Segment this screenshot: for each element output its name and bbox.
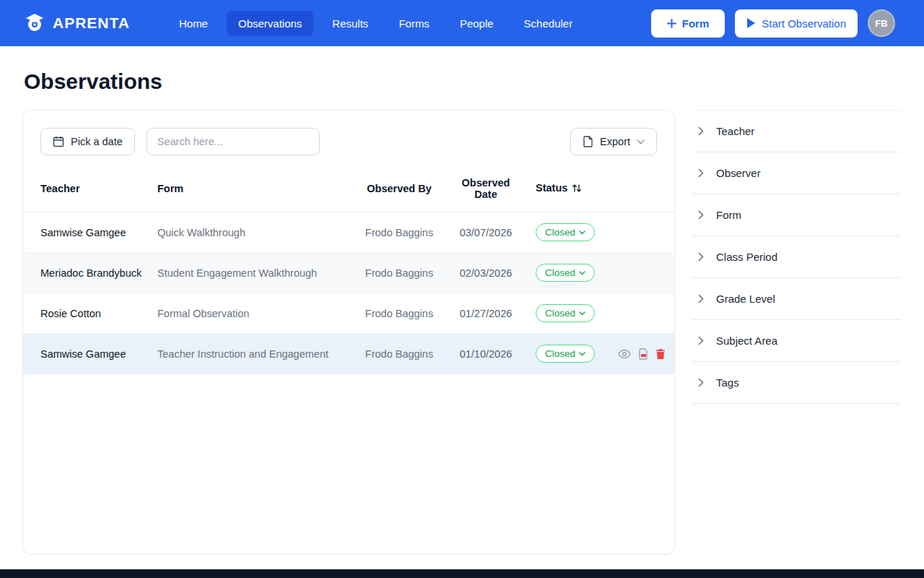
status-dropdown[interactable]: Closed bbox=[536, 345, 595, 363]
nav-item-scheduler[interactable]: Scheduler bbox=[513, 11, 585, 36]
filter-label: Subject Area bbox=[716, 335, 777, 347]
pdf-file-icon[interactable] bbox=[638, 348, 648, 360]
table-row[interactable]: Samwise Gamgee Quick Walkthrough Frodo B… bbox=[23, 212, 674, 253]
brand-name: APRENTA bbox=[53, 14, 130, 32]
chevron-right-icon bbox=[698, 252, 704, 262]
observations-table: Teacher Form Observed By Observed Date S… bbox=[23, 167, 674, 374]
observations-card: Pick a date Export bbox=[22, 110, 675, 554]
chevron-right-icon bbox=[698, 126, 704, 136]
status-dropdown[interactable]: Closed bbox=[536, 264, 595, 282]
filter-label: Tags bbox=[716, 376, 739, 389]
table-header-row: Teacher Form Observed By Observed Date S… bbox=[23, 167, 674, 212]
add-form-button[interactable]: Form bbox=[651, 9, 725, 38]
cell-observed-by: Frodo Baggins bbox=[355, 253, 443, 293]
top-navbar: APRENTA Home Observations Results Forms … bbox=[0, 0, 924, 46]
filter-label: Class Period bbox=[716, 251, 777, 263]
cell-teacher: Samwise Gamgee bbox=[23, 334, 150, 374]
main-content: Observations Pick a date bbox=[0, 46, 924, 569]
view-eye-icon[interactable] bbox=[618, 349, 631, 359]
start-observation-label: Start Observation bbox=[762, 17, 846, 30]
nav-item-observations[interactable]: Observations bbox=[227, 11, 313, 36]
nav-item-results[interactable]: Results bbox=[321, 11, 380, 36]
chevron-right-icon bbox=[698, 378, 704, 387]
cell-observed-date: 01/10/2026 bbox=[443, 334, 528, 374]
header-status-label: Status bbox=[536, 182, 567, 194]
chevron-right-icon bbox=[698, 294, 704, 303]
table-toolbar: Pick a date Export bbox=[23, 111, 674, 167]
filter-label: Teacher bbox=[716, 125, 754, 137]
header-teacher[interactable]: Teacher bbox=[23, 167, 150, 212]
header-observed-date[interactable]: Observed Date bbox=[443, 167, 528, 212]
filter-grade-level[interactable]: Grade Level bbox=[692, 278, 900, 320]
filter-label: Form bbox=[716, 209, 741, 221]
filter-label: Observer bbox=[716, 167, 761, 179]
aprenta-logo-icon bbox=[24, 12, 45, 34]
filter-label: Grade Level bbox=[716, 293, 775, 305]
header-form[interactable]: Form bbox=[150, 167, 355, 212]
filter-teacher[interactable]: Teacher bbox=[692, 111, 900, 152]
status-badge: Closed bbox=[545, 308, 575, 319]
cell-observed-date: 02/03/2026 bbox=[443, 253, 528, 293]
filter-subject-area[interactable]: Subject Area bbox=[692, 320, 900, 362]
filter-form[interactable]: Form bbox=[692, 194, 900, 236]
pick-date-label: Pick a date bbox=[71, 136, 123, 147]
cell-teacher: Meriadoc Brandybuck bbox=[23, 253, 150, 293]
cell-observed-date: 03/07/2026 bbox=[443, 212, 528, 253]
cell-observed-by: Frodo Baggins bbox=[355, 334, 443, 374]
cell-teacher: Rosie Cotton bbox=[23, 293, 150, 334]
export-label: Export bbox=[600, 136, 630, 147]
status-badge: Closed bbox=[545, 267, 575, 278]
calendar-icon bbox=[53, 136, 64, 147]
row-actions bbox=[618, 348, 666, 360]
cell-form: Quick Walkthrough bbox=[150, 212, 355, 253]
filter-class-period[interactable]: Class Period bbox=[692, 236, 900, 278]
export-button[interactable]: Export bbox=[570, 128, 657, 155]
status-dropdown[interactable]: Closed bbox=[536, 304, 595, 322]
navbar-actions: Form Start Observation FB bbox=[651, 9, 895, 38]
play-icon bbox=[746, 18, 755, 28]
sort-icon[interactable] bbox=[572, 184, 582, 195]
table-row[interactable]: Samwise Gamgee Teacher Instruction and E… bbox=[23, 334, 674, 374]
cell-teacher: Samwise Gamgee bbox=[23, 212, 150, 253]
filters-sidebar: Teacher Observer Form Class Period Grade… bbox=[692, 110, 900, 404]
status-badge: Closed bbox=[545, 348, 575, 359]
header-observed-by[interactable]: Observed By bbox=[355, 167, 443, 212]
chevron-right-icon bbox=[698, 210, 704, 220]
page-title: Observations bbox=[24, 69, 902, 94]
nav-item-forms[interactable]: Forms bbox=[387, 11, 441, 36]
filter-tags[interactable]: Tags bbox=[692, 362, 900, 404]
cell-form: Formal Observation bbox=[150, 293, 355, 334]
header-status[interactable]: Status bbox=[528, 167, 674, 212]
nav-item-home[interactable]: Home bbox=[167, 11, 219, 36]
cell-observed-by: Frodo Baggins bbox=[355, 293, 443, 334]
cell-observed-date: 01/27/2026 bbox=[443, 293, 528, 334]
cell-form: Teacher Instruction and Engagement bbox=[150, 334, 355, 374]
plus-icon bbox=[667, 19, 676, 28]
add-form-label: Form bbox=[682, 17, 710, 30]
table-row[interactable]: Rosie Cotton Formal Observation Frodo Ba… bbox=[23, 293, 674, 334]
table-row[interactable]: Meriadoc Brandybuck Student Engagement W… bbox=[23, 253, 674, 293]
footer-bar bbox=[0, 569, 924, 578]
cell-form: Student Engagement Walkthrough bbox=[150, 253, 355, 293]
cell-observed-by: Frodo Baggins bbox=[355, 212, 443, 253]
chevron-right-icon bbox=[698, 168, 704, 178]
pick-date-button[interactable]: Pick a date bbox=[40, 128, 135, 155]
chevron-down-icon bbox=[637, 139, 645, 144]
primary-nav: Home Observations Results Forms People S… bbox=[167, 11, 584, 36]
search-input[interactable] bbox=[147, 128, 320, 155]
export-file-icon bbox=[583, 136, 593, 147]
status-dropdown[interactable]: Closed bbox=[536, 223, 595, 241]
delete-trash-icon[interactable] bbox=[655, 348, 666, 360]
filter-observer[interactable]: Observer bbox=[692, 152, 900, 194]
chevron-right-icon bbox=[698, 336, 704, 345]
start-observation-button[interactable]: Start Observation bbox=[735, 9, 858, 38]
user-avatar[interactable]: FB bbox=[868, 9, 895, 37]
status-badge: Closed bbox=[545, 227, 575, 238]
brand-logo[interactable]: APRENTA bbox=[24, 12, 130, 34]
nav-item-people[interactable]: People bbox=[448, 11, 505, 36]
